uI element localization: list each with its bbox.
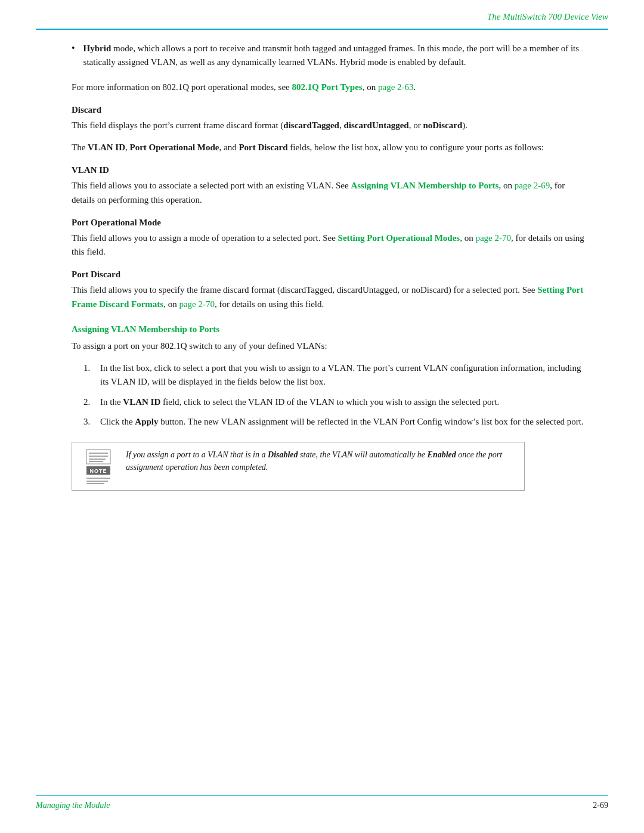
vlan-fields-rest: fields, below the list box, allow you to… (287, 143, 544, 152)
hybrid-bold: Hybrid (83, 44, 112, 53)
port-op-modes-link[interactable]: Port Operational Modes (367, 233, 460, 243)
port-discard-sep: , on (163, 299, 179, 309)
hybrid-text: mode, which allows a port to receive and… (83, 44, 579, 67)
discard-bold2: discardUntagged (343, 120, 408, 130)
note-box: NOTE If you assign a port to a VLAN that… (72, 442, 525, 491)
page-270-link-1[interactable]: page 2-70 (475, 233, 511, 243)
vlan-id-heading: VLAN ID (72, 165, 584, 175)
discard-para: This field displays the port’s current f… (72, 119, 584, 132)
bullet-dot: • (72, 43, 75, 54)
port-discard-text: This field allows you to specify the fra… (72, 285, 537, 295)
port-op-mode-bold: Port Operational Mode (130, 143, 219, 152)
main-content: • Hybrid mode, which allows a port to re… (72, 42, 584, 497)
page-270-link-2[interactable]: page 2-70 (179, 299, 215, 309)
list2-start: In the (100, 397, 123, 407)
discard-bold3: noDiscard (423, 120, 462, 130)
port-op-sep: , on (460, 233, 475, 243)
port-op-para: This field allows you to assign a mode o… (72, 231, 584, 259)
page-263-link[interactable]: page 2-63 (378, 82, 414, 92)
list-item: 2. In the VLAN ID field, click to select… (83, 395, 584, 409)
discard-text: This field displays the port’s current f… (72, 120, 283, 130)
note-italic-mid: state, the VLAN will automatically be (298, 450, 428, 459)
list2-end: field, click to select the VLAN ID of th… (160, 397, 499, 407)
more-info-after: , on (363, 82, 378, 92)
port-discard-bold: Port Discard (239, 143, 287, 152)
vlan-id-bold: VLAN ID (88, 143, 125, 152)
port-op-heading: Port Operational Mode (72, 218, 584, 228)
list3-bold: Apply (135, 417, 158, 426)
list-item: 1. In the list box, click to select a po… (83, 361, 584, 389)
list-text-1: In the list box, click to select a port … (100, 361, 584, 389)
page-container: The MultiSwitch 700 Device View • Hybrid… (0, 0, 644, 833)
page-269-link[interactable]: page 2-69 (515, 181, 550, 190)
port-op-text: This field allows you to assign a mode o… (72, 233, 338, 243)
numbered-list: 1. In the list box, click to select a po… (83, 361, 584, 429)
discard-formats-link[interactable]: Discard Formats (99, 299, 163, 309)
list3-start: Click the (100, 417, 135, 426)
bullet-text-hybrid: Hybrid mode, which allows a port to rece… (83, 42, 584, 70)
port-discard-end: , for details on using this field. (215, 299, 324, 309)
vlan-fields-para: The VLAN ID, Port Operational Mode, and … (72, 141, 584, 154)
port-discard-heading: Port Discard (72, 270, 584, 280)
vlan-fields-sep2: , and (219, 143, 239, 152)
list-num-3: 3. (83, 415, 100, 429)
bullet-item-hybrid: • Hybrid mode, which allows a port to re… (72, 42, 584, 70)
discard-bold1: discardTagged (283, 120, 339, 130)
setting-link[interactable]: Setting (338, 233, 365, 243)
list2-bold: VLAN ID (123, 397, 160, 407)
list-num-1: 1. (83, 361, 100, 375)
list-text-3: Click the Apply button. The new VLAN ass… (100, 415, 584, 429)
vlan-fields-text-start: The (72, 143, 88, 152)
more-info-text: For more information on 802.1Q port oper… (72, 82, 292, 92)
802q-port-types-link[interactable]: 802.1Q Port Types (292, 82, 363, 92)
bullet-section: • Hybrid mode, which allows a port to re… (72, 42, 584, 70)
note-svg-icon: NOTE (84, 448, 113, 484)
vlan-id-sep: , on (499, 181, 514, 190)
note-text: If you assign a port to a VLAN that is i… (126, 448, 516, 473)
note-italic-start: If you assign a port to a VLAN that is i… (126, 450, 268, 459)
note-disabled: Disabled (268, 450, 298, 459)
footer-left: Managing the Module (36, 801, 110, 810)
assigning-vlan-heading: Assigning VLAN Membership to Ports (72, 324, 584, 335)
list-num-2: 2. (83, 395, 100, 409)
vlan-id-text: This field allows you to associate a sel… (72, 181, 351, 190)
more-info-end: . (414, 82, 416, 92)
vlan-fields-sep1: , (125, 143, 130, 152)
svg-text:NOTE: NOTE (89, 468, 107, 474)
discard-heading: Discard (72, 105, 584, 115)
note-enabled: Enabled (428, 450, 456, 459)
note-icon: NOTE (80, 448, 116, 484)
footer-line (36, 795, 608, 796)
vlan-id-para: This field allows you to associate a sel… (72, 179, 584, 207)
port-discard-para: This field allows you to specify the fra… (72, 283, 584, 311)
assigning-intro-para: To assign a port on your 802.1Q switch t… (72, 339, 584, 353)
assigning-vlan-link[interactable]: Assigning VLAN Membership to Ports (351, 181, 499, 190)
list-item: 3. Click the Apply button. The new VLAN … (83, 415, 584, 429)
discard-or: , or (409, 120, 423, 130)
list3-end: button. The new VLAN assignment will be … (159, 417, 584, 426)
list-text-2: In the VLAN ID field, click to select th… (100, 395, 584, 409)
header-line (36, 29, 608, 30)
footer-right: 2-69 (593, 801, 608, 810)
header-title: The MultiSwitch 700 Device View (487, 12, 608, 22)
discard-end: ). (462, 120, 467, 130)
more-info-para: For more information on 802.1Q port oper… (72, 80, 584, 94)
